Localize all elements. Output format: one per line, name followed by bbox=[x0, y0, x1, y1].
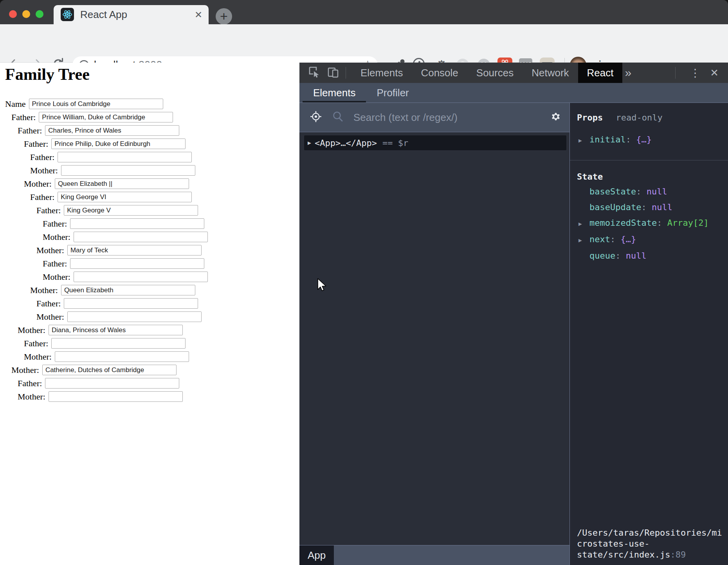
devtools-tab-react[interactable]: React bbox=[578, 63, 623, 83]
person-name-input[interactable] bbox=[58, 192, 192, 202]
devtools-tab-network[interactable]: Network bbox=[523, 63, 578, 83]
source-location[interactable]: /Users/taras/Repositories/microstates-us… bbox=[577, 527, 723, 560]
panel-tab-profiler[interactable]: Profiler bbox=[366, 83, 419, 103]
family-tree-form: NameFather:Father:Father:Father:Mother:M… bbox=[0, 99, 299, 405]
person-label: Father: bbox=[24, 139, 48, 149]
person-row: Mother: bbox=[0, 351, 299, 362]
search-input[interactable] bbox=[353, 111, 549, 124]
person-name-input[interactable] bbox=[67, 245, 202, 256]
person-name-input[interactable] bbox=[49, 391, 183, 402]
browser-tab[interactable]: React App ✕ bbox=[54, 5, 209, 24]
person-label: Father: bbox=[11, 112, 36, 122]
person-label: Father: bbox=[43, 219, 67, 229]
kv-key: queue bbox=[589, 251, 615, 261]
kv-value: {…} bbox=[620, 234, 636, 244]
react-search-bar bbox=[299, 103, 569, 132]
new-tab-button[interactable]: + bbox=[216, 8, 232, 25]
person-name-input[interactable] bbox=[29, 99, 163, 109]
person-label: Father: bbox=[30, 152, 54, 162]
person-name-input[interactable] bbox=[45, 125, 179, 136]
devtools-panel: ElementsConsoleSourcesNetworkReact » ⋮ ✕… bbox=[299, 63, 728, 565]
person-row: Father: bbox=[0, 192, 299, 202]
person-name-input[interactable] bbox=[51, 338, 186, 349]
expand-arrow-icon[interactable]: ▶ bbox=[308, 139, 311, 146]
person-label: Mother: bbox=[18, 392, 45, 402]
devtools-menu-icon[interactable]: ⋮ bbox=[690, 67, 701, 79]
person-name-input[interactable] bbox=[64, 298, 198, 309]
kv-colon: : bbox=[615, 251, 626, 261]
tree-row-app[interactable]: ▶ <App>…</App> == $r bbox=[304, 135, 566, 150]
person-name-input[interactable] bbox=[58, 152, 192, 162]
devtools-main-bar: ElementsConsoleSourcesNetworkReact » ⋮ ✕ bbox=[299, 63, 728, 83]
person-name-input[interactable] bbox=[70, 258, 204, 269]
person-name-input[interactable] bbox=[64, 205, 198, 216]
search-icon bbox=[332, 110, 344, 124]
person-name-input[interactable] bbox=[67, 311, 202, 322]
traffic-light-zoom-icon[interactable] bbox=[36, 10, 43, 18]
person-label: Father: bbox=[36, 299, 61, 309]
person-name-input[interactable] bbox=[74, 272, 208, 282]
person-name-input[interactable] bbox=[55, 351, 189, 362]
person-name-input[interactable] bbox=[49, 325, 183, 335]
person-row: Mother: bbox=[0, 285, 299, 295]
kv-value: null bbox=[647, 187, 667, 196]
kv-key: initial bbox=[589, 135, 626, 144]
settings-gear-icon[interactable] bbox=[549, 110, 562, 125]
tab-close-icon[interactable]: ✕ bbox=[195, 5, 202, 24]
inspect-component-crosshair-icon[interactable] bbox=[310, 110, 322, 124]
person-label: Father: bbox=[24, 338, 48, 349]
breadcrumb-item-app[interactable]: App bbox=[299, 545, 334, 565]
person-row: Mother: bbox=[0, 165, 299, 176]
person-name-input[interactable] bbox=[39, 112, 173, 122]
person-label: Mother: bbox=[24, 179, 52, 189]
component-tree: ▶ <App>…</App> == $r bbox=[299, 132, 569, 545]
person-label: Father: bbox=[36, 205, 61, 216]
device-toolbar-icon[interactable] bbox=[327, 66, 339, 80]
person-row: Mother: bbox=[0, 178, 299, 189]
browser-toolbar: localhost:3000 ☆ ⚙ U bbox=[0, 24, 728, 63]
devtools-tab-console[interactable]: Console bbox=[412, 63, 467, 83]
kv-key: next bbox=[589, 234, 610, 244]
person-name-input[interactable] bbox=[45, 378, 179, 389]
devtools-tab-sources[interactable]: Sources bbox=[467, 63, 523, 83]
expand-arrow-icon[interactable]: ▶ bbox=[577, 232, 589, 248]
devtools-tab-elements[interactable]: Elements bbox=[351, 63, 412, 83]
person-label: Mother: bbox=[36, 312, 64, 322]
person-label: Father: bbox=[18, 126, 42, 136]
traffic-light-minimize-icon[interactable] bbox=[22, 10, 30, 18]
props-readonly-badge: read-only bbox=[616, 113, 662, 122]
react-panel-tab-list: ElementsProfiler bbox=[299, 83, 728, 103]
person-row: Mother: bbox=[0, 365, 299, 375]
source-path: /Users/taras/Repositories/microstates-us… bbox=[577, 528, 722, 560]
web-page: Family Tree NameFather:Father:Father:Fat… bbox=[0, 63, 299, 565]
traffic-light-close-icon[interactable] bbox=[9, 10, 17, 18]
person-row: Father: bbox=[0, 338, 299, 349]
inspect-element-icon[interactable] bbox=[308, 66, 321, 80]
panel-tab-elements[interactable]: Elements bbox=[303, 83, 366, 103]
kv-colon: : bbox=[636, 187, 647, 196]
person-row: Mother: bbox=[0, 245, 299, 256]
toolbar-separator-right bbox=[675, 67, 676, 79]
devtools-close-icon[interactable]: ✕ bbox=[710, 67, 719, 79]
person-name-input[interactable] bbox=[61, 285, 195, 295]
person-name-input[interactable] bbox=[70, 218, 204, 229]
person-label: Mother: bbox=[43, 232, 70, 242]
more-tabs-icon[interactable]: » bbox=[625, 66, 631, 79]
expand-arrow-icon[interactable]: ▶ bbox=[577, 216, 589, 232]
content-area: Family Tree NameFather:Father:Father:Fat… bbox=[0, 63, 728, 565]
page-title: Family Tree bbox=[5, 65, 90, 84]
kv-colon: : bbox=[610, 234, 621, 244]
person-name-input[interactable] bbox=[74, 232, 208, 242]
person-name-input[interactable] bbox=[42, 365, 177, 375]
kv-value: {…} bbox=[636, 135, 652, 144]
person-name-input[interactable] bbox=[61, 165, 195, 176]
person-name-input[interactable] bbox=[55, 178, 189, 189]
person-name-input[interactable] bbox=[51, 139, 186, 149]
expand-arrow-icon[interactable]: ▶ bbox=[577, 133, 589, 148]
person-label: Mother: bbox=[11, 365, 39, 375]
person-label: Mother: bbox=[24, 352, 52, 362]
person-label: Mother: bbox=[30, 285, 58, 295]
person-row: Father: bbox=[0, 378, 299, 389]
browser-window: React App ✕ + localhos bbox=[0, 0, 728, 565]
component-details-panel: Props read-only ▶initial: {…} State base… bbox=[569, 103, 728, 565]
